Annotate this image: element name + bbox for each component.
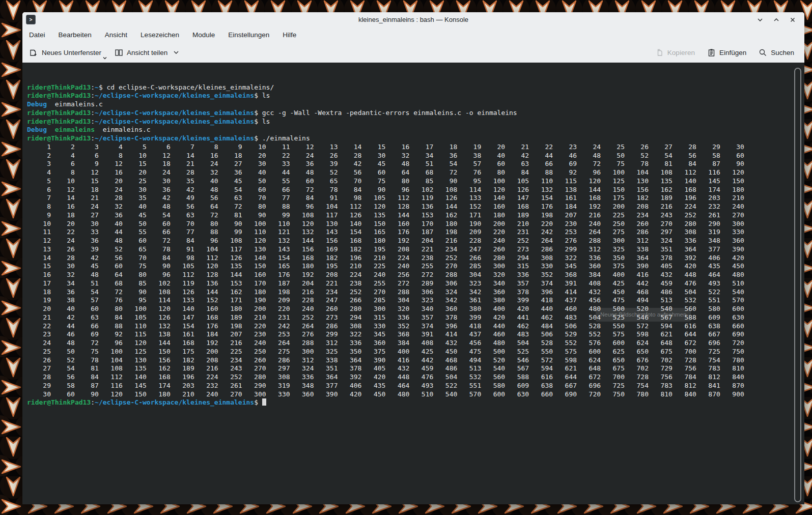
terminal-line: 10 20 30 40 50 60 70 80 90 100 110 120 1… [27,220,804,228]
terminal-line: 6 12 18 24 30 36 42 48 54 60 66 72 78 84… [27,186,804,194]
terminal-line: 13 26 39 52 65 78 91 104 117 130 143 156… [27,245,804,254]
menu-ansicht[interactable]: Ansicht [98,29,134,41]
terminal-area[interactable]: rider@ThinkPad13:~$ cd eclipse-C-workspa… [22,63,804,504]
terminal-line: 24 48 72 96 120 144 168 192 216 240 264 … [27,339,804,348]
terminal-line: rider@ThinkPad13:~/eclipse-C-workspace/k… [27,92,804,100]
konsole-window: > kleines_einmaleins : bash — Konsole Da… [22,12,804,504]
chevron-down-icon [173,50,179,54]
terminal-output: rider@ThinkPad13:~$ cd eclipse-C-workspa… [27,83,804,408]
terminal-line: 9 18 27 36 45 54 63 72 81 90 99 108 117 … [27,211,804,220]
paste-button[interactable]: Einfügen [707,48,746,57]
terminal-cursor [262,398,266,406]
terminal-line: 16 32 48 64 80 96 112 128 144 160 176 19… [27,271,804,279]
terminal-line: 17 34 51 68 85 102 119 136 153 170 187 2… [27,279,804,288]
konsole-app-icon: > [26,15,36,24]
chevron-down-icon [102,56,107,60]
split-view-label: Ansicht teilen [127,49,167,56]
menu-bearbeiten[interactable]: Bearbeiten [52,29,98,41]
search-icon [759,48,767,57]
menu-lesezeichen[interactable]: Lesezeichen [134,29,186,41]
copy-button[interactable]: Kopieren [655,48,695,57]
terminal-line: rider@ThinkPad13:~/eclipse-C-workspace/k… [27,109,804,118]
chevron-down-icon [757,16,764,23]
close-icon [789,16,796,23]
terminal-line: 19 38 57 76 95 114 133 152 171 190 209 2… [27,296,804,305]
window-title: kleines_einmaleins : bash — Konsole [22,16,804,23]
terminal-line: rider@ThinkPad13:~/eclipse-C-workspace/k… [27,134,804,143]
terminal-line: 29 58 87 116 145 174 203 232 261 290 319… [27,382,804,390]
search-label: Suchen [771,49,794,56]
terminal-line: 2 4 6 8 10 12 14 16 18 20 22 24 26 28 30… [27,152,804,160]
copy-icon [655,48,664,57]
terminal-line: 7 14 21 28 35 42 49 56 63 70 77 84 91 98… [27,194,804,203]
terminal-line: 12 24 36 48 60 72 84 96 108 120 132 144 … [27,237,804,245]
copy-label: Kopieren [667,49,695,56]
menu-hilfe[interactable]: Hilfe [276,29,303,41]
chevron-up-icon [773,16,780,23]
close-button[interactable] [788,15,797,24]
terminal-line: 25 50 75 100 125 150 175 200 225 250 275… [27,348,804,356]
minimize-button[interactable] [755,15,765,24]
window-controls [755,15,804,24]
terminal-line: rider@ThinkPad13:~/eclipse-C-workspace/k… [27,118,804,126]
terminal-line: 11 22 33 44 55 66 77 88 99 110 121 132 1… [27,228,804,237]
terminal-line: 27 54 81 108 135 162 189 216 243 270 297… [27,364,804,373]
window-titlebar[interactable]: > kleines_einmaleins : bash — Konsole [22,12,804,27]
menu-einstellungen[interactable]: Einstellungen [221,29,276,41]
screenshot-tooltip-overlay: Neues Bildschirmfoto aufnehmen [596,308,691,322]
new-tab-label: Neues Unterfenster [42,49,101,56]
new-tab-icon [30,48,38,57]
terminal-line: 23 46 69 92 115 138 161 184 207 230 253 … [27,330,804,339]
terminal-line: 26 52 78 104 130 156 182 208 234 260 286… [27,356,804,365]
terminal-line: 5 10 15 20 25 30 35 40 45 50 55 60 65 70… [27,177,804,186]
new-tab-button[interactable]: Neues Unterfenster [30,48,101,57]
terminal-line: 18 36 54 72 90 108 126 144 162 180 198 2… [27,288,804,297]
terminal-line: Debug einmaleins.c [27,100,804,109]
menu-datei[interactable]: Datei [22,29,52,41]
toolbar-right-group: Kopieren Einfügen Suchen [643,48,794,57]
terminal-line: 30 60 90 120 150 180 210 240 270 300 330… [27,390,804,399]
terminal-line: 4 8 12 16 20 24 28 32 36 40 44 48 52 56 … [27,168,804,177]
split-view-icon [115,48,123,57]
paste-label: Einfügen [719,49,746,56]
terminal-line: 15 30 45 60 75 90 105 120 135 150 165 18… [27,262,804,271]
menu-module[interactable]: Module [186,29,221,41]
terminal-line: 28 56 84 112 140 168 196 224 252 280 308… [27,373,804,382]
terminal-line: rider@ThinkPad13:~$ cd eclipse-C-workspa… [27,83,804,92]
terminal-line: 3 6 9 12 15 18 21 24 27 30 33 36 39 42 4… [27,160,804,168]
terminal-line: 8 16 24 32 40 48 56 64 72 80 88 96 104 1… [27,203,804,211]
terminal-scrollbar[interactable] [794,68,801,502]
terminal-line: 14 28 42 56 70 84 98 112 126 140 154 168… [27,254,804,263]
terminal-line: rider@ThinkPad13:~/eclipse-C-workspace/k… [27,398,804,407]
menu-bar: Datei Bearbeiten Ansicht Lesezeichen Mod… [22,27,804,42]
maximize-button[interactable] [772,15,781,24]
split-view-button[interactable]: Ansicht teilen [115,48,179,57]
toolbar: Neues Unterfenster Ansicht teilen Kopier… [22,42,804,63]
terminal-line: 22 44 66 88 110 132 154 176 198 220 242 … [27,322,804,331]
paste-clipboard-icon [707,48,716,57]
terminal-line: Debug einmaleins einmaleins.c [27,126,804,134]
search-button[interactable]: Suchen [759,48,794,57]
terminal-line: 1 2 3 4 5 6 7 8 9 10 11 12 13 14 15 16 1… [27,143,804,152]
